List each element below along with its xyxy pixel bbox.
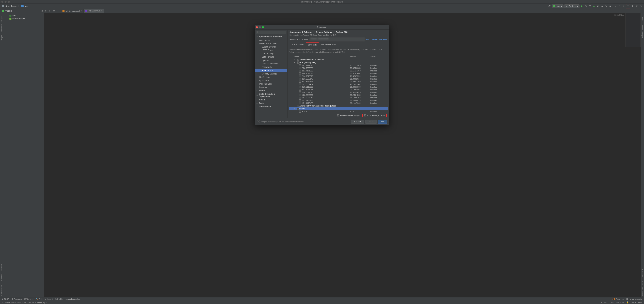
- window-traffic-lights[interactable]: [1, 1, 10, 3]
- optimize-link[interactable]: Optimize disk space: [371, 38, 387, 40]
- settings-item-http-proxy[interactable]: HTTP Proxy: [255, 49, 287, 52]
- search-icon[interactable]: [631, 5, 634, 8]
- gear-icon[interactable]: ✱: [52, 9, 56, 13]
- sync-icon[interactable]: [548, 5, 551, 8]
- checkbox-icon[interactable]: [299, 91, 301, 93]
- checkbox-icon[interactable]: [297, 59, 299, 61]
- status-position[interactable]: 1:1: [599, 301, 602, 303]
- revert-icon[interactable]: ↶: [618, 5, 621, 8]
- locate-icon[interactable]: ⊕: [40, 9, 44, 13]
- chevron-icon[interactable]: ▸: [294, 105, 296, 107]
- status-line-sep[interactable]: LF: [604, 301, 606, 303]
- checkbox-icon[interactable]: [299, 64, 301, 66]
- package-item-23-0-7599858[interactable]: 23.0.759985823.0.7599858Installed: [289, 67, 388, 69]
- checkbox-icon[interactable]: [299, 73, 301, 75]
- package-item-21-4-7075529[interactable]: 21.4.707552921.4.7075529Installed: [289, 75, 388, 78]
- notification-icon[interactable]: ◫: [2, 301, 3, 303]
- hide-obsolete-check[interactable]: Hide Obsolete Packages: [337, 114, 360, 116]
- status-memory[interactable]: 624 of 2048M: [631, 301, 642, 303]
- settings-item-keymap[interactable]: Keymap: [255, 86, 287, 89]
- settings-item-appearance-behavior[interactable]: ▾Appearance & Behavior: [255, 35, 287, 39]
- run-icon[interactable]: [580, 5, 584, 8]
- chevron-icon[interactable]: ▾: [294, 108, 296, 110]
- status-encoding[interactable]: UTF-8: [609, 301, 614, 303]
- settings-item-editor[interactable]: ▸Editor: [255, 89, 287, 92]
- package-item-22-1-7171670[interactable]: 22.1.717167022.1.7171670Installed: [289, 69, 388, 72]
- edit-link[interactable]: Edit: [366, 38, 370, 40]
- settings-item-process-elevation[interactable]: Process Elevation: [255, 62, 287, 65]
- tab-main-activity-kt[interactable]: MainActivity.kt ×: [84, 9, 104, 13]
- checkbox-icon[interactable]: [337, 114, 339, 116]
- sdk-manager-icon[interactable]: [626, 5, 630, 8]
- settings-item-quick-lists[interactable]: Quick Lists: [255, 79, 287, 82]
- show-package-details-check[interactable]: Show Package Details: [362, 114, 387, 117]
- git-icon[interactable]: ⑂: [614, 5, 617, 8]
- package-item-20-1-5948944[interactable]: 20.1.594894420.1.5948944Installed: [289, 88, 388, 91]
- checkbox-icon[interactable]: [299, 81, 301, 83]
- settings-search[interactable]: [256, 31, 286, 34]
- tool-build[interactable]: 🔨 Build: [36, 298, 43, 300]
- ok-button[interactable]: OK: [378, 120, 387, 124]
- checkbox-icon[interactable]: [299, 89, 301, 91]
- profile-icon[interactable]: [600, 5, 604, 8]
- dialog-traffic-lights[interactable]: [256, 26, 264, 28]
- user-icon[interactable]: ◫: [639, 5, 642, 8]
- package-group-ndk-side-by-side-[interactable]: ▾NDK (Side by side): [289, 61, 388, 64]
- settings-item-date-formats[interactable]: Date Formats: [255, 55, 287, 59]
- project-view-selector[interactable]: Android ▾: [0, 10, 40, 12]
- checkbox-icon[interactable]: [299, 94, 301, 96]
- stop-icon[interactable]: [608, 5, 612, 8]
- device-select[interactable]: No Devices ▾: [564, 5, 580, 8]
- tool-problems[interactable]: ⊘ Problems: [12, 298, 22, 300]
- checkbox-icon[interactable]: [299, 67, 301, 69]
- checkbox-icon[interactable]: [297, 105, 299, 107]
- settings-item-kotlin[interactable]: Kotlin: [255, 98, 287, 101]
- checkbox-icon[interactable]: [297, 62, 299, 64]
- settings-item-tools[interactable]: ▸Tools: [255, 101, 287, 105]
- tool-logcat[interactable]: ≡ Logcat: [45, 298, 52, 300]
- package-table[interactable]: Name Version Status ▸Android SDK Build-T…: [289, 55, 388, 113]
- settings-item-build-execution-deployment[interactable]: ▸Build, Execution, Deployment: [255, 92, 287, 98]
- history-icon[interactable]: ⟳: [622, 5, 625, 8]
- bc-b[interactable]: System Settings: [316, 31, 332, 33]
- breadcrumb-project[interactable]: studyffmepg: [5, 5, 17, 8]
- coverage-icon[interactable]: ◧: [596, 5, 600, 8]
- package-item-16-1-4479499[interactable]: 16.1.447949916.1.4479499Installed: [289, 102, 388, 105]
- package-group-android-sdk-command-line-tools-latest-[interactable]: ▸Android SDK Command-line Tools (latest): [289, 105, 388, 107]
- package-item-3-18-1[interactable]: 3.18.13.18.1Installed: [289, 110, 388, 113]
- chevron-icon[interactable]: ▸: [257, 94, 258, 96]
- breadcrumb-module[interactable]: app: [24, 5, 28, 8]
- chevron-icon[interactable]: ▸: [257, 102, 258, 104]
- tab-sdk-tools[interactable]: SDK Tools: [306, 43, 319, 47]
- hide-icon[interactable]: —: [56, 9, 60, 13]
- tool-todo[interactable]: ☰ TODO: [2, 298, 10, 300]
- checkbox-icon[interactable]: [299, 78, 301, 80]
- tool-app-inspection[interactable]: ⌕ App Inspection: [66, 298, 80, 300]
- close-icon[interactable]: ×: [81, 10, 82, 12]
- tool-event-log[interactable]: 2 Event Log: [612, 298, 624, 300]
- min-dot[interactable]: [4, 1, 6, 3]
- checkbox-icon[interactable]: [299, 102, 301, 104]
- settings-item-memory-settings[interactable]: Memory Settings: [255, 72, 287, 76]
- tool-profiler[interactable]: ◷ Profiler: [55, 298, 63, 300]
- settings-item-passwords[interactable]: Passwords: [255, 65, 287, 69]
- settings-item-appearance[interactable]: Appearance: [255, 39, 287, 42]
- col-status[interactable]: Status: [369, 55, 388, 58]
- expand-icon[interactable]: ≡: [44, 9, 48, 13]
- package-item-20-0-5594570[interactable]: 20.0.559457020.0.5594570Installed: [289, 91, 388, 94]
- package-group-cmake[interactable]: ▾CMake: [289, 107, 388, 110]
- apply-changes-icon[interactable]: [584, 5, 588, 8]
- checkbox-icon[interactable]: [299, 75, 301, 77]
- checkbox-icon[interactable]: [297, 108, 299, 110]
- settings-item-path-variables[interactable]: Path Variables: [255, 82, 287, 86]
- attach-icon[interactable]: ⇲: [604, 5, 608, 8]
- tab-activity-main-xml[interactable]: activity_main.xml ×: [61, 9, 84, 13]
- package-item-21-3-6528147[interactable]: 21.3.652814721.3.6528147Installed: [289, 78, 388, 80]
- chevron-icon[interactable]: ▾: [294, 62, 296, 64]
- package-item-21-2-6472646[interactable]: 21.2.647264621.2.6472646Installed: [289, 80, 388, 83]
- lock-icon[interactable]: 🔒: [626, 301, 629, 303]
- apply-button[interactable]: Apply: [365, 120, 377, 124]
- chevron-icon[interactable]: ▾: [257, 36, 258, 38]
- help-icon[interactable]: ?: [257, 120, 260, 123]
- package-item-17-2-4988734[interactable]: 17.2.498873417.2.4988734Installed: [289, 99, 388, 102]
